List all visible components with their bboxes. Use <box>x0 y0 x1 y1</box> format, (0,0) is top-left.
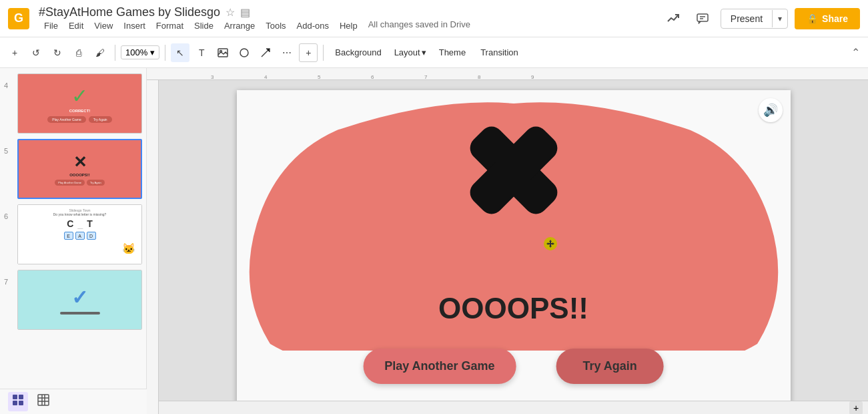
menu-addons[interactable]: Add-ons <box>292 19 334 32</box>
slide-thumb-5[interactable]: 5 ✕ OOOOPS!! Play Another Game Try Again <box>4 139 142 199</box>
more-tools-button[interactable]: ⋯ <box>278 43 296 62</box>
toolbar-divider-1 <box>115 45 115 61</box>
slide-thumb-7[interactable]: 7 ✓ <box>4 270 142 330</box>
x-mark-svg <box>454 104 574 237</box>
speaker-icon: 🔊 <box>763 103 778 118</box>
slide-thumb-4[interactable]: 4 ✓ CORRECT! Play Another Game Try Again <box>4 73 142 134</box>
try-btn-thumb: Try Again <box>87 180 105 186</box>
move-cursor-indicator[interactable] <box>544 237 557 250</box>
redo-button[interactable]: ↻ <box>48 43 67 62</box>
slide-preview-4: ✓ CORRECT! Play Another Game Try Again <box>17 73 142 134</box>
toolbar-right: ⌃ <box>849 43 863 61</box>
slide-number-4: 4 <box>4 73 13 89</box>
present-main-button[interactable]: Present <box>721 9 772 28</box>
ruler-top: 3 4 5 6 7 8 9 <box>147 68 868 80</box>
grid-view-button[interactable] <box>33 392 53 411</box>
menu-arrange[interactable]: Arrange <box>219 19 260 32</box>
present-button-group: Present ▾ <box>721 9 788 29</box>
s6-subtitle: Do you know what letter is missing? <box>21 212 138 216</box>
s7-bar <box>60 312 100 315</box>
try-again-thumb-btn: Try Again <box>89 116 112 123</box>
svg-rect-11 <box>38 395 49 405</box>
menu-format[interactable]: Format <box>151 19 189 32</box>
slide-action-buttons: Play Another Game Try Again <box>363 349 664 384</box>
top-bar: G #StayAtHome Games by Slidesgo ☆ ▤ File… <box>0 0 868 37</box>
x-mark-thumb: ✕ <box>73 153 87 172</box>
toolbar: + ↺ ↻ ⎙ 🖌 100% ▾ ↖ T ⋯ + Background Layo… <box>0 37 868 68</box>
oops-text: OOOOPS!! <box>438 292 588 325</box>
title-area: #StayAtHome Games by Slidesgo ☆ ▤ File E… <box>39 5 657 32</box>
paint-format-button[interactable]: 🖌 <box>91 43 109 62</box>
select-tool-button[interactable]: ↖ <box>171 43 189 62</box>
menu-slide[interactable]: Slide <box>189 19 219 32</box>
top-right-actions: Present ▾ 🔒 Share <box>662 7 860 30</box>
s6-letters: C _ T <box>21 218 138 229</box>
try-again-button[interactable]: Try Again <box>556 349 664 384</box>
oops-btn-row: Play Another Game Try Again <box>55 180 104 186</box>
x-mark-container <box>454 104 574 240</box>
doc-title: #StayAtHome Games by Slidesgo <box>39 5 220 19</box>
line-tool-button[interactable] <box>256 43 275 62</box>
layout-button[interactable]: Layout ▾ <box>390 45 430 60</box>
svg-rect-7 <box>13 395 17 399</box>
menu-bar: File Edit View Insert Format Slide Arran… <box>39 19 657 32</box>
star-icon[interactable]: ☆ <box>226 6 235 19</box>
slide-preview-5: ✕ OOOOPS!! Play Another Game Try Again <box>17 139 142 199</box>
menu-view[interactable]: View <box>89 19 118 32</box>
slide-background: OOOOPS!! Play Another Game Try Again 🔊 <box>237 90 791 404</box>
svg-rect-8 <box>19 395 23 399</box>
slide-preview-6: Slidesgo Town Do you know what letter is… <box>17 204 142 264</box>
background-button[interactable]: Background <box>329 44 387 61</box>
autosave-text: All changes saved in Drive <box>368 19 470 32</box>
present-dropdown-button[interactable]: ▾ <box>772 10 787 27</box>
trend-button[interactable] <box>662 7 685 30</box>
slide-view-toggle <box>0 389 147 414</box>
comment-button[interactable] <box>691 7 714 30</box>
svg-rect-0 <box>697 14 708 21</box>
status-bar: + <box>159 401 868 414</box>
toolbar-divider-3 <box>323 45 324 61</box>
play-btn-thumb: Play Another Game <box>55 180 85 186</box>
main-area: 4 ✓ CORRECT! Play Another Game Try Again… <box>0 68 868 414</box>
slide-thumb-6[interactable]: 6 Slidesgo Town Do you know what letter … <box>4 204 142 264</box>
menu-edit[interactable]: Edit <box>63 19 89 32</box>
slide-preview-7: ✓ <box>17 270 142 330</box>
insert-special-button[interactable]: + <box>299 43 318 62</box>
menu-help[interactable]: Help <box>334 19 363 32</box>
s7-check: ✓ <box>71 286 88 309</box>
correct-btn-row: Play Another Game Try Again <box>47 116 111 123</box>
canvas-area: 3 4 5 6 7 8 9 <box>147 68 868 414</box>
menu-insert[interactable]: Insert <box>118 19 151 32</box>
share-button[interactable]: 🔒 Share <box>795 8 860 29</box>
oops-thumb: OOOOPS!! <box>69 173 90 177</box>
zoom-button[interactable]: + <box>849 401 863 415</box>
menu-file[interactable]: File <box>39 19 63 32</box>
doc-title-row: #StayAtHome Games by Slidesgo ☆ ▤ <box>39 5 657 19</box>
toolbar-divider-2 <box>165 45 165 61</box>
shape-tool-button[interactable] <box>235 43 254 62</box>
slide-number-5: 5 <box>4 139 13 155</box>
zoom-selector[interactable]: 100% ▾ <box>121 45 159 59</box>
svg-point-5 <box>240 49 248 57</box>
correct-checkmark: ✓ <box>71 84 88 108</box>
oops-text-container: OOOOPS!! <box>438 292 588 325</box>
lock-icon: 🔒 <box>807 13 818 24</box>
svg-rect-9 <box>13 401 17 405</box>
s6-cat: 🐱 <box>21 242 138 255</box>
filmstrip-view-button[interactable] <box>8 392 28 411</box>
image-insert-button[interactable] <box>213 43 232 62</box>
collapse-toolbar-button[interactable]: ⌃ <box>849 43 863 61</box>
play-another-game-button[interactable]: Play Another Game <box>363 349 516 384</box>
add-slide-button[interactable]: + <box>5 43 24 62</box>
play-another-thumb-btn: Play Another Game <box>47 116 85 123</box>
print-button[interactable]: ⎙ <box>69 43 88 62</box>
undo-button[interactable]: ↺ <box>27 43 45 62</box>
theme-button[interactable]: Theme <box>433 44 472 61</box>
textbox-tool-button[interactable]: T <box>192 43 211 62</box>
slide-canvas[interactable]: OOOOPS!! Play Another Game Try Again 🔊 <box>237 90 791 404</box>
docs-icon[interactable]: ▤ <box>240 6 250 19</box>
ruler-left <box>147 80 159 414</box>
transition-button[interactable]: Transition <box>474 44 524 61</box>
menu-tools[interactable]: Tools <box>260 19 291 32</box>
sound-button[interactable]: 🔊 <box>759 98 783 122</box>
